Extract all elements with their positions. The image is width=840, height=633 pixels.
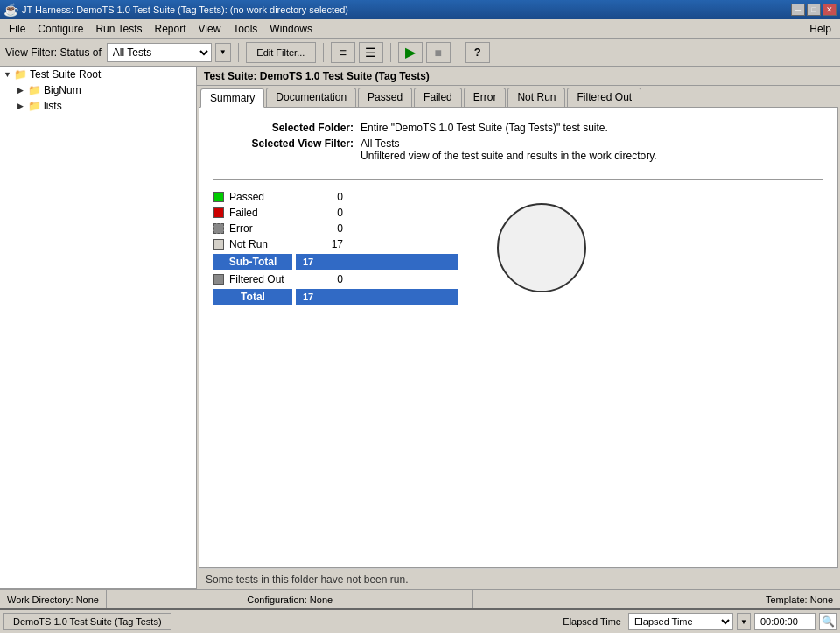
selected-folder-row: Selected Folder: Entire "DemoTS 1.0 Test…	[214, 122, 823, 134]
tree-panel: ▼ 📁 Test Suite Root ▶ 📁 BigNum ▶ 📁 lists	[0, 67, 197, 589]
tab-not-run[interactable]: Not Run	[508, 88, 565, 107]
title-bar-text: ☕ JT Harness: DemoTS 1.0 Test Suite (Tag…	[4, 3, 348, 17]
menu-view[interactable]: View	[193, 21, 227, 37]
divider	[214, 179, 823, 180]
subtotal-bar-row: Sub-Total 17	[214, 254, 458, 270]
tree-item-bignum[interactable]: ▶ 📁 BigNum	[14, 82, 196, 98]
run-btn[interactable]: ▶	[398, 42, 423, 63]
elapsed-time-select[interactable]: Elapsed Time	[628, 613, 733, 630]
folder-icon-lists: 📁	[28, 100, 41, 112]
subtotal-bar: 17	[296, 254, 458, 270]
elapsed-dropdown-btn[interactable]: ▼	[737, 613, 751, 630]
pie-chart	[494, 200, 590, 296]
template-status: Template: None	[473, 590, 840, 608]
menu-help[interactable]: Help	[804, 21, 836, 37]
view-filter-line1: All Tests	[360, 137, 399, 150]
list-view-btn[interactable]: ≡	[331, 42, 355, 63]
summary-info: Selected Folder: Entire "DemoTS 1.0 Test…	[214, 122, 823, 162]
tab-error[interactable]: Error	[464, 88, 507, 107]
right-panel: Test Suite: DemoTS 1.0 Test Suite (Tag T…	[197, 67, 840, 589]
failed-color-box	[214, 207, 224, 218]
selected-view-filter-row: Selected View Filter: All Tests Unfilter…	[214, 137, 823, 162]
bottom-tab-suite[interactable]: DemoTS 1.0 Test Suite (Tag Tests)	[4, 613, 172, 630]
tree-expand-lists: ▶	[18, 102, 28, 110]
stats-table: Passed 0 Failed 0 Error 0	[214, 191, 458, 308]
total-value: 17	[303, 292, 313, 302]
main-area: ▼ 📁 Test Suite Root ▶ 📁 BigNum ▶ 📁 lists…	[0, 67, 840, 589]
menu-report[interactable]: Report	[150, 21, 192, 37]
pie-chart-container	[494, 200, 590, 299]
tab-documentation[interactable]: Documentation	[266, 88, 356, 107]
zoom-btn[interactable]: 🔍	[819, 613, 836, 630]
tabs-bar: Summary Documentation Passed Failed Erro…	[197, 86, 840, 107]
tab-passed[interactable]: Passed	[358, 88, 412, 107]
passed-color-box	[214, 192, 224, 202]
selected-view-filter-value: All Tests Unfiltered view of the test su…	[360, 137, 823, 162]
title-text: JT Harness: DemoTS 1.0 Test Suite (Tag T…	[22, 4, 348, 15]
failed-value: 0	[317, 207, 343, 219]
selected-folder-value: Entire "DemoTS 1.0 Test Suite (Tag Tests…	[360, 122, 823, 134]
status-bar: Work Directory: None Configuration: None…	[0, 589, 840, 608]
view-filter-select[interactable]: All Tests	[107, 43, 212, 62]
total-bar-row: Total 17	[214, 289, 458, 305]
maximize-button[interactable]: □	[807, 4, 821, 16]
menu-bar: File Configure Run Tests Report View Too…	[0, 19, 840, 39]
detail-view-btn[interactable]: ☰	[359, 42, 383, 63]
tab-summary[interactable]: Summary	[200, 88, 264, 108]
folder-icon-root: 📁	[14, 68, 27, 81]
error-label: Error	[229, 222, 317, 235]
edit-filter-button[interactable]: Edit Filter...	[246, 42, 316, 63]
tab-failed[interactable]: Failed	[414, 88, 462, 107]
folder-icon-bignum: 📁	[28, 84, 41, 96]
tree-item-lists[interactable]: ▶ 📁 lists	[14, 98, 196, 114]
menu-file[interactable]: File	[4, 21, 31, 37]
tree-expand-root: ▼	[4, 70, 14, 79]
template-text: Template: None	[766, 594, 833, 605]
view-filter-label: View Filter: Status of	[5, 46, 102, 59]
tab-filtered-out[interactable]: Filtered Out	[567, 88, 641, 107]
stop-btn[interactable]: ■	[426, 42, 451, 63]
tree-expand-bignum: ▶	[18, 86, 28, 95]
bottom-bar: DemoTS 1.0 Test Suite (Tag Tests) Elapse…	[0, 608, 840, 633]
notrun-label: Not Run	[229, 238, 317, 250]
tree-label-lists: lists	[44, 100, 62, 112]
notrun-color-box	[214, 239, 224, 250]
menu-windows[interactable]: Windows	[264, 21, 318, 37]
stat-row-passed: Passed 0	[214, 191, 458, 203]
menu-configure[interactable]: Configure	[32, 21, 88, 37]
tree-label-bignum: BigNum	[44, 84, 81, 96]
subtotal-value: 17	[303, 257, 313, 267]
passed-value: 0	[317, 191, 343, 203]
menu-tools[interactable]: Tools	[228, 21, 262, 37]
stat-row-notrun: Not Run 17	[214, 238, 458, 250]
tree-label-root: Test Suite Root	[30, 68, 101, 81]
bottom-tab-label: DemoTS 1.0 Test Suite (Tag Tests)	[13, 616, 162, 627]
tree-item-root[interactable]: ▼ 📁 Test Suite Root	[0, 67, 196, 82]
toolbar-separator-3	[390, 43, 391, 62]
panel-title: Test Suite: DemoTS 1.0 Test Suite (Tag T…	[197, 67, 840, 86]
work-directory-text: Work Directory: None	[7, 594, 99, 605]
stat-row-error: Error 0	[214, 222, 458, 235]
tree-indent-1: ▶ 📁 BigNum ▶ 📁 lists	[0, 82, 196, 114]
toolbar-separator-1	[238, 43, 239, 62]
menu-run-tests[interactable]: Run Tests	[90, 21, 147, 37]
elapsed-label: Elapsed Time	[563, 616, 621, 627]
configuration-text: Configuration: None	[247, 594, 332, 605]
stat-row-failed: Failed 0	[214, 207, 458, 219]
app-icon: ☕	[4, 3, 18, 17]
filtered-label: Filtered Out	[229, 273, 317, 285]
stats-area: Passed 0 Failed 0 Error 0	[214, 191, 823, 308]
selected-folder-label: Selected Folder:	[214, 122, 354, 134]
content-area: Selected Folder: Entire "DemoTS 1.0 Test…	[199, 107, 838, 568]
configuration-status: Configuration: None	[107, 590, 474, 608]
error-color-box	[214, 223, 224, 234]
minimize-button[interactable]: ─	[791, 4, 805, 16]
close-button[interactable]: ✕	[822, 4, 836, 16]
view-filter-dropdown-btn[interactable]: ▼	[215, 43, 231, 62]
toolbar-separator-4	[458, 43, 458, 62]
elapsed-value: 00:00:00	[754, 613, 816, 630]
toolbar-separator-2	[323, 43, 324, 62]
help-btn[interactable]: ?	[466, 42, 490, 63]
work-directory-status: Work Directory: None	[0, 590, 107, 608]
stat-row-filtered: Filtered Out 0	[214, 273, 458, 285]
